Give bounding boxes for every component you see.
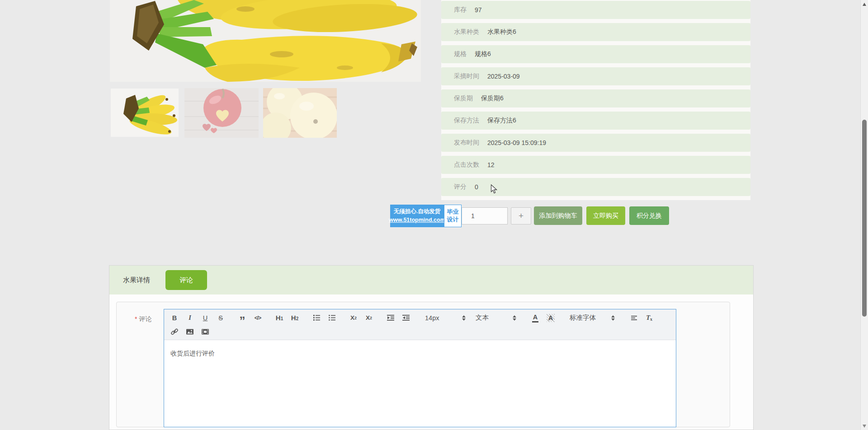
blockquote-button[interactable]: ”: [236, 312, 249, 324]
font-size-select[interactable]: 14px: [421, 312, 470, 324]
product-main-image: [110, 0, 421, 82]
info-value: 规格6: [475, 50, 491, 58]
image-button[interactable]: [183, 326, 197, 338]
sub-number: 2: [354, 316, 357, 320]
subscript-button[interactable]: X2: [347, 312, 360, 324]
h1-number: 1: [281, 316, 283, 321]
add-to-cart-button[interactable]: 添加到购物车: [534, 206, 582, 225]
bananas-thumb-illustration: [111, 89, 179, 137]
info-label: 点击次数: [454, 161, 479, 169]
detail-comment-section: 水果详情 评论 *评论 B I U S ” </> H1 H2: [109, 265, 754, 430]
font-family-select[interactable]: 标准字体: [566, 312, 619, 324]
badge-line2: 设计: [447, 216, 459, 224]
product-info-table: 库存 97 水果种类 水果种类6 规格 规格6 采摘时间 2025-03-09 …: [441, 0, 750, 200]
info-value: 12: [487, 161, 495, 168]
apple-heart-thumb-illustration: [184, 88, 259, 138]
x-letter: X: [350, 314, 354, 321]
info-label: 库存: [454, 6, 467, 14]
clear-x: x: [650, 317, 652, 322]
info-row-storage: 保存方法 保存方法6: [441, 112, 750, 130]
h-letter: H: [291, 314, 296, 322]
quantity-increase-button[interactable]: +: [511, 207, 531, 224]
info-row-stock: 库存 97: [441, 1, 750, 19]
italic-button[interactable]: I: [183, 312, 197, 324]
comment-form-panel: *评论 B I U S ” </> H1 H2: [116, 302, 730, 427]
tab-bar: 水果详情 评论: [109, 266, 753, 294]
watermark-banner-link[interactable]: 无须担心.自动发货 www.51topmind.com 毕业 设计: [390, 205, 462, 227]
tab-fruit-detail[interactable]: 水果详情: [123, 276, 150, 285]
background-color-button[interactable]: A: [544, 312, 557, 324]
scrollbar-down-arrow-icon[interactable]: [863, 425, 866, 428]
watermark-blue-panel: 无须担心.自动发货 www.51topmind.com: [390, 205, 444, 227]
buy-now-button[interactable]: 立即购买: [586, 206, 625, 225]
video-icon: [201, 328, 209, 336]
video-button[interactable]: [198, 326, 212, 338]
thumbnail-yellow-apples[interactable]: [263, 88, 337, 138]
info-value: 97: [475, 6, 482, 14]
quantity-input[interactable]: 1: [462, 207, 508, 224]
watermark-line1: 无须担心.自动发货: [394, 207, 440, 216]
color-bar: [532, 321, 538, 322]
color-letter: A: [533, 313, 538, 321]
editor-toolbar: B I U S ” </> H1 H2: [164, 309, 676, 340]
info-value: 0: [475, 183, 478, 191]
thumbnail-apple-heart[interactable]: [184, 88, 259, 138]
link-button[interactable]: [168, 326, 181, 338]
sup-number: 2: [370, 316, 372, 320]
underline-button[interactable]: U: [198, 312, 212, 324]
strikethrough-button[interactable]: S: [214, 312, 227, 324]
code-button[interactable]: </>: [251, 312, 264, 324]
info-label: 保存方法: [454, 117, 479, 125]
outdent-button[interactable]: [384, 312, 397, 324]
info-label: 发布时间: [454, 139, 479, 147]
ordered-list-button[interactable]: [310, 312, 323, 324]
heading1-button[interactable]: H1: [273, 312, 286, 324]
plus-icon: +: [519, 211, 524, 221]
comment-field-label: *评论: [135, 315, 151, 323]
info-label: 采摘时间: [454, 72, 479, 80]
thumbnail-bananas[interactable]: [111, 89, 179, 137]
updown-arrows-icon: [611, 315, 615, 321]
align-icon: [630, 314, 638, 322]
points-exchange-button[interactable]: 积分兑换: [629, 206, 669, 225]
rich-text-editor: B I U S ” </> H1 H2: [164, 309, 676, 427]
comment-label-text: 评论: [139, 315, 151, 322]
info-row-publish-time: 发布时间 2025-03-09 15:09:19: [441, 134, 750, 152]
indent-button[interactable]: [399, 312, 413, 324]
hatched-background: A: [547, 314, 555, 322]
info-label: 水果种类: [454, 28, 479, 36]
watermark-url: www.51topmind.com: [389, 216, 445, 224]
font-family-value: 标准字体: [570, 313, 596, 322]
banana-photo-illustration: [110, 0, 421, 82]
updown-arrows-icon: [513, 315, 516, 321]
font-size-value: 14px: [425, 314, 439, 322]
align-button[interactable]: [627, 312, 641, 324]
clear-format-button[interactable]: T x: [642, 312, 656, 324]
info-value: 2025-03-09: [487, 73, 520, 80]
text-type-select[interactable]: 文本: [472, 312, 520, 324]
scrollbar-up-arrow-icon[interactable]: [863, 3, 866, 6]
outdent-icon: [387, 314, 395, 322]
h2-number: 2: [296, 316, 299, 321]
bold-button[interactable]: B: [168, 312, 181, 324]
editor-content-area[interactable]: 收货后进行评价: [164, 340, 676, 428]
info-value: 保存方法6: [487, 117, 516, 125]
scrollbar-thumb[interactable]: [862, 120, 867, 317]
info-row-rating: 评分 0: [441, 178, 750, 196]
ordered-list-icon: [313, 314, 321, 322]
superscript-button[interactable]: X2: [362, 312, 376, 324]
info-label: 保质期: [454, 94, 473, 103]
clear-t: T: [646, 314, 650, 322]
info-row-pick-date: 采摘时间 2025-03-09: [441, 67, 750, 85]
info-value: 2025-03-09 15:09:19: [487, 139, 546, 146]
heading2-button[interactable]: H2: [288, 312, 302, 324]
unordered-list-button[interactable]: [325, 312, 339, 324]
tab-comment[interactable]: 评论: [165, 270, 207, 290]
quantity-value: 1: [471, 212, 475, 220]
link-icon: [170, 328, 179, 336]
bgcolor-letter: A: [548, 314, 553, 322]
font-color-button[interactable]: A: [528, 312, 542, 324]
required-mark: *: [135, 315, 137, 322]
yellow-apples-thumb-illustration: [263, 88, 337, 138]
unordered-list-icon: [328, 314, 336, 322]
